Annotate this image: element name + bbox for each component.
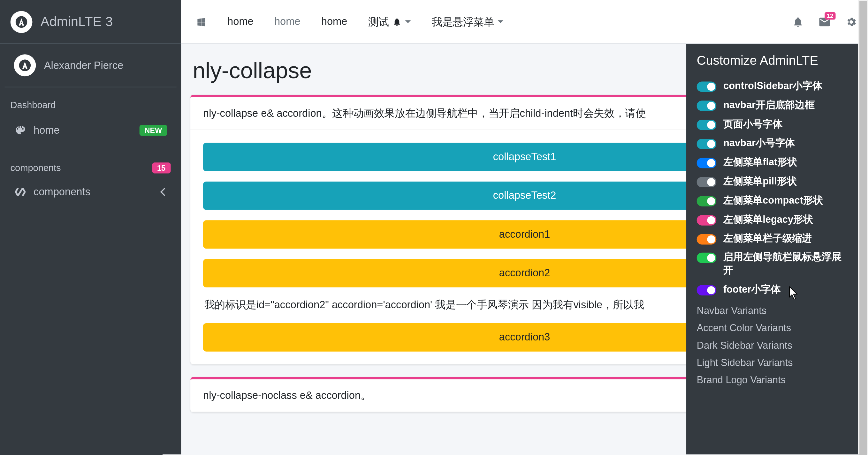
nav-section-dashboard: Dashboard home NEW	[0, 88, 181, 151]
nav-link-home-3[interactable]: home	[311, 11, 358, 32]
scrollbar[interactable]	[858, 0, 868, 454]
svg-point-1	[19, 59, 31, 71]
toggle-switch[interactable]	[697, 139, 717, 149]
toggle-switch[interactable]	[697, 234, 717, 245]
toggle-switch[interactable]	[697, 253, 717, 264]
toggle-switch[interactable]	[697, 82, 717, 92]
nav-link-home-1[interactable]: home	[217, 11, 264, 32]
user-panel[interactable]: Alexander Pierce	[4, 44, 176, 88]
variant-link-0[interactable]: Navbar Variants	[697, 302, 851, 320]
gear-icon	[845, 16, 857, 27]
toggle-label: navbar开启底部边框	[723, 99, 851, 112]
nav-header-dashboard: Dashboard	[0, 93, 181, 115]
toggle-row-8: 左侧菜单栏子级缩进	[697, 232, 851, 246]
nav-section-components: components 15 components	[0, 151, 181, 213]
toggle-switch[interactable]	[697, 120, 717, 130]
toggle-label: footer小字体	[723, 283, 851, 297]
caret-down-icon	[498, 20, 503, 23]
toggle-row-6: 左侧菜单compact形状	[697, 194, 851, 207]
toggle-label: 左侧菜单栏子级缩进	[723, 232, 851, 246]
sidebar-item-label: home	[34, 124, 139, 136]
toggle-label: 左侧菜单compact形状	[723, 194, 851, 207]
scroll-thumb[interactable]	[859, 1, 867, 455]
brand-logo-icon	[10, 11, 33, 33]
badge-count: 15	[152, 162, 171, 173]
nav-dropdown-hover[interactable]: 我是悬浮菜单	[421, 10, 514, 33]
palette-icon	[14, 124, 27, 136]
sidebar-item-components[interactable]: components	[4, 179, 176, 205]
svg-point-0	[16, 16, 28, 28]
toggle-row-5: 左侧菜单pill形状	[697, 175, 851, 188]
toggle-row-4: 左侧菜单flat形状	[697, 156, 851, 169]
variant-link-2[interactable]: Dark Sidebar Variants	[697, 337, 851, 355]
toggle-row-0: controlSidebar小字体	[697, 80, 851, 93]
variant-link-4[interactable]: Brand Logo Variants	[697, 372, 851, 389]
toggle-label: 页面小号字体	[723, 118, 851, 131]
sidebar-item-home[interactable]: home NEW	[4, 117, 176, 143]
nav-dropdown-test[interactable]: 测试	[358, 10, 421, 33]
sidebar-item-label: components	[34, 186, 161, 198]
user-name: Alexander Pierce	[44, 59, 123, 71]
toggle-row-3: navbar小号字体	[697, 137, 851, 150]
notifications-button[interactable]	[786, 9, 810, 34]
control-sidebar-title: Customize AdminLTE	[697, 53, 851, 68]
toggle-switch[interactable]	[697, 177, 717, 187]
brand-text: AdminLTE 3	[40, 14, 113, 29]
nav-header-components: components 15	[0, 157, 181, 177]
toggle-row-9: 启用左侧导航栏鼠标悬浮展开	[697, 251, 851, 278]
toggle-label: 左侧菜单flat形状	[723, 156, 851, 169]
chevron-left-icon	[160, 188, 168, 196]
sidebar: AdminLTE 3 Alexander Pierce Dashboard ho…	[0, 0, 181, 454]
avatar	[14, 54, 36, 76]
toggle-switch[interactable]	[697, 158, 717, 168]
brand[interactable]: AdminLTE 3	[0, 0, 181, 44]
navbar: home home home 测试 我是悬浮菜单	[181, 0, 868, 44]
toggle-row-10: footer小字体	[697, 283, 851, 297]
toggle-switch[interactable]	[697, 196, 717, 206]
variant-link-3[interactable]: Light Sidebar Variants	[697, 355, 851, 372]
toggle-row-1: navbar开启底部边框	[697, 99, 851, 112]
toggle-label: 左侧菜单pill形状	[723, 175, 851, 188]
control-sidebar: Customize AdminLTE controlSidebar小字体navb…	[686, 44, 861, 455]
bell-icon	[393, 17, 402, 26]
toggle-switch[interactable]	[697, 100, 717, 111]
toggle-switch[interactable]	[697, 285, 717, 296]
variant-link-1[interactable]: Accent Color Variants	[697, 320, 851, 337]
caret-down-icon	[405, 20, 411, 23]
windows-icon	[196, 17, 207, 27]
nav-link-home-2[interactable]: home	[264, 11, 311, 32]
toggle-label: 启用左侧导航栏鼠标悬浮展开	[723, 251, 851, 278]
menu-toggle-button[interactable]	[186, 12, 217, 32]
toggle-label: navbar小号字体	[723, 137, 851, 150]
polymer-icon	[14, 186, 27, 198]
messages-button[interactable]: 12	[812, 9, 837, 34]
toggle-switch[interactable]	[697, 215, 717, 225]
messages-badge: 12	[825, 12, 836, 20]
toggle-label: 左侧菜单legacy形状	[723, 213, 851, 227]
toggle-label: controlSidebar小字体	[723, 80, 851, 93]
badge-new: NEW	[139, 124, 167, 135]
bell-icon	[792, 16, 804, 27]
toggle-row-2: 页面小号字体	[697, 118, 851, 131]
toggle-row-7: 左侧菜单legacy形状	[697, 213, 851, 227]
